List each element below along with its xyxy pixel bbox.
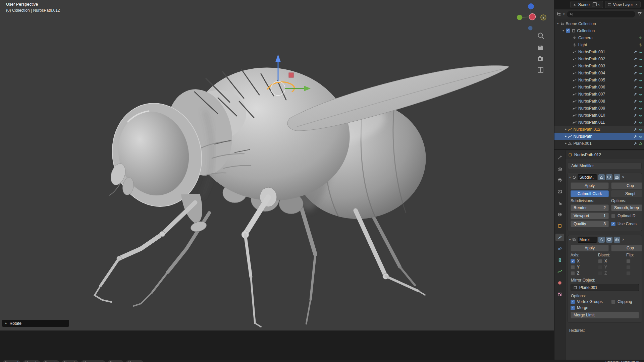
modifier-name-field[interactable]: Mirror [578, 237, 597, 243]
curve-data-icon[interactable] [639, 113, 643, 117]
modifier-wrench-icon[interactable] [633, 57, 637, 61]
flip-z-checkbox[interactable] [626, 271, 631, 276]
outliner-item-nurbspath[interactable]: NurbsPath.006 [554, 83, 644, 90]
axis-x-row[interactable]: X [571, 259, 596, 263]
apply-button[interactable]: Apply [571, 182, 609, 189]
outliner-item-camera[interactable]: Camera [554, 34, 644, 41]
outliner-item-nurbspath[interactable]: NurbsPath.009 [554, 105, 644, 112]
outliner-item-nurbspath[interactable]: NurbsPath.002 [554, 55, 644, 62]
tab-render[interactable] [555, 165, 564, 173]
modifier-wrench-icon[interactable] [633, 120, 637, 124]
add-modifier-button[interactable]: Add Modifier [568, 162, 642, 169]
realtime-toggle-icon[interactable] [606, 174, 612, 180]
bisect-x-row[interactable]: X [598, 259, 624, 263]
modifier-wrench-icon[interactable] [633, 78, 637, 82]
outliner-item-nurbspath[interactable]: NurbsPath.004 [554, 69, 644, 76]
curve-data-icon[interactable] [639, 85, 643, 89]
viewport-subdivisions-field[interactable]: Viewport 1 [571, 213, 609, 219]
use-crease-row[interactable]: Use Creas [611, 222, 642, 226]
panel-disclosure-icon[interactable]: ▾ [569, 176, 571, 179]
outliner-item-nurbspath[interactable]: NurbsPath.011 [554, 119, 644, 126]
mesh-data-icon[interactable] [639, 141, 643, 145]
modifier-wrench-icon[interactable] [633, 113, 637, 117]
copy-button[interactable]: Cop [611, 182, 642, 189]
flip-z-row[interactable] [626, 271, 642, 276]
tab-constraints[interactable] [555, 256, 564, 264]
mirror-object-field[interactable]: Plane.001 [571, 284, 639, 291]
bisect-x-checkbox[interactable] [598, 259, 602, 263]
curve-data-icon[interactable] [639, 92, 643, 96]
axis-z-checkbox[interactable] [571, 271, 575, 276]
outliner-search-input[interactable] [567, 11, 635, 17]
bisect-y-checkbox[interactable] [598, 265, 602, 269]
modifier-name-field[interactable]: Subdiv.. [578, 174, 597, 180]
outliner-root-row[interactable]: ▾ Scene Collection [554, 20, 644, 27]
curve-data-icon[interactable] [639, 120, 643, 124]
viewport-3d[interactable]: Y User Perspective (0) Collection | Nurb… [0, 0, 554, 330]
panel-disclosure-icon[interactable]: ▾ [569, 238, 571, 241]
axis-x-checkbox[interactable] [571, 259, 575, 263]
curve-data-icon[interactable] [639, 71, 643, 75]
camera-data-icon[interactable] [639, 36, 643, 40]
curve-data-icon[interactable] [639, 134, 643, 138]
clipping-row[interactable]: Clipping [611, 299, 642, 304]
new-scene-icon[interactable] [592, 3, 595, 6]
axis-y-checkbox[interactable] [571, 265, 575, 269]
modifier-wrench-icon[interactable] [633, 141, 637, 145]
disclosure-triangle-icon[interactable]: ▾ [562, 29, 564, 32]
tab-output[interactable] [555, 177, 564, 184]
close-modifier-icon[interactable]: × [622, 237, 625, 242]
tab-physics[interactable] [555, 245, 564, 252]
collection-checkbox[interactable] [566, 28, 570, 33]
curve-data-icon[interactable] [639, 127, 643, 131]
realtime-toggle-icon[interactable] [606, 237, 612, 243]
curve-data-icon[interactable] [639, 99, 643, 103]
modifier-wrench-icon[interactable] [633, 85, 637, 89]
tab-material[interactable] [555, 279, 564, 287]
filter-funnel-icon[interactable] [637, 12, 642, 16]
modifier-wrench-icon[interactable] [633, 64, 637, 68]
modifier-wrench-icon[interactable] [633, 127, 637, 131]
merge-row[interactable]: Merge [571, 305, 609, 310]
unlink-scene-icon[interactable]: × [597, 2, 601, 7]
axis-z-row[interactable]: Z [571, 271, 596, 276]
optimal-display-checkbox[interactable] [611, 214, 615, 218]
flip-y-checkbox[interactable] [626, 265, 631, 269]
outliner-item-nurbspath-active[interactable]: ▸ NurbsPath [554, 133, 644, 140]
scene-selector[interactable]: Scene × [570, 1, 603, 8]
dropdown-arrow-icon[interactable]: ▾ [563, 13, 565, 16]
edit-mode-toggle-icon[interactable] [598, 174, 605, 180]
outliner-item-light[interactable]: Light [554, 41, 644, 48]
vertex-groups-row[interactable]: Vertex Groups [571, 299, 609, 304]
flip-x-checkbox[interactable] [626, 259, 631, 263]
curve-data-icon[interactable] [639, 50, 643, 54]
apply-button[interactable]: Apply [571, 245, 609, 251]
outliner-item-nurbspath[interactable]: NurbsPath.007 [554, 90, 644, 98]
outliner-item-nurbspath-012[interactable]: ▸ NurbsPath.012 [554, 126, 644, 133]
tab-scene[interactable] [555, 199, 564, 207]
outliner-item-nurbspath[interactable]: NurbsPath.001 [554, 48, 644, 55]
simple-button[interactable]: Simpl [611, 190, 642, 197]
tab-view-layer[interactable] [555, 188, 564, 195]
outliner-item-nurbspath[interactable]: NurbsPath.003 [554, 62, 644, 69]
outliner-item-nurbspath[interactable]: NurbsPath.010 [554, 112, 644, 119]
edit-mode-toggle-icon[interactable] [598, 237, 605, 243]
merge-checkbox[interactable] [571, 306, 575, 310]
use-crease-checkbox[interactable] [611, 222, 615, 226]
flip-x-row[interactable] [626, 259, 642, 263]
quality-field[interactable]: Quality 3 [571, 221, 609, 227]
copy-button[interactable]: Cop [611, 245, 642, 251]
tab-object-data[interactable] [555, 268, 564, 275]
merge-limit-slider[interactable]: Merge Limit [571, 312, 639, 318]
light-data-icon[interactable] [639, 43, 643, 47]
operator-redo-panel[interactable]: ▸ Rotate [2, 320, 69, 327]
bisect-y-row[interactable]: Y [598, 265, 624, 269]
modifier-wrench-icon[interactable] [633, 134, 637, 138]
unlink-view-layer-icon[interactable]: × [635, 2, 638, 7]
outliner-item-nurbspath[interactable]: NurbsPath.008 [554, 98, 644, 105]
disclosure-triangle-icon[interactable]: ▸ [565, 128, 567, 131]
disclosure-triangle-icon[interactable]: ▾ [557, 22, 559, 25]
tab-tool[interactable] [555, 154, 564, 161]
outliner-item-plane[interactable]: ▸ Plane.001 [554, 140, 644, 147]
curve-data-icon[interactable] [639, 64, 643, 68]
